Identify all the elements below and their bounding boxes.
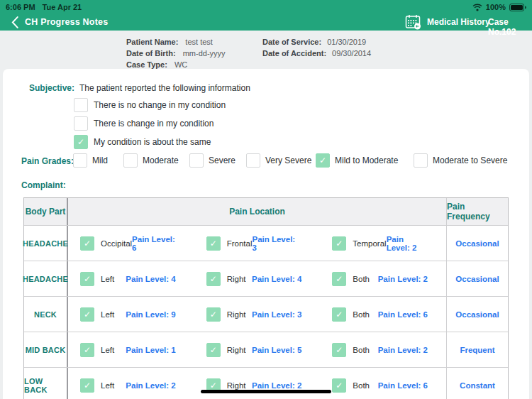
checkbox-very-severe[interactable] — [246, 153, 260, 168]
pain-level-value[interactable]: Pain Level: 6 — [132, 235, 176, 252]
pain-grades-label: Pain Grades: — [21, 156, 74, 166]
pain-level-value[interactable]: Pain Level: 2 — [378, 346, 428, 354]
pain-grade-label: Very Severe — [265, 155, 311, 165]
location-name: Temporal — [353, 239, 386, 248]
pain-frequency-value[interactable]: Occasional — [455, 310, 499, 319]
medical-history-button[interactable]: Medical History — [405, 14, 490, 30]
date-of-accident-field: Date of Accident: 09/30/2014 — [262, 49, 371, 58]
date-of-birth-value: mm-dd-yyyy — [183, 49, 226, 58]
checkbox-location[interactable] — [332, 236, 346, 251]
subjective-option-no-change[interactable]: There is no change in my condition — [74, 98, 226, 112]
pain-level-value[interactable]: Pain Level: 2 — [387, 235, 428, 252]
pain-level-value[interactable]: Pain Level: 4 — [126, 275, 175, 283]
status-date: Tue Apr 21 — [43, 3, 82, 11]
patient-name-value: test test — [185, 38, 213, 46]
medical-history-calendar-icon — [405, 14, 422, 30]
location-group: Left Pain Level: 4 — [68, 261, 194, 296]
checkbox-mild-to-moderate[interactable] — [316, 153, 330, 168]
body-part-value: MID BACK — [26, 346, 66, 354]
battery-icon — [509, 4, 526, 11]
status-time-date: 6:06 PMTue Apr 21 — [6, 3, 89, 11]
pain-grade-mild-to-moderate[interactable]: Mild to Moderate — [316, 153, 398, 168]
checkbox-location[interactable] — [80, 343, 94, 357]
case-type-field: Case Type: WC — [126, 60, 187, 69]
pain-level-value[interactable]: Pain Level: 2 — [126, 381, 175, 390]
case-type-value: WC — [174, 60, 187, 69]
pain-level-value[interactable]: Pain Level: 3 — [252, 310, 301, 319]
checkbox-severe[interactable] — [189, 153, 204, 168]
pain-grade-severe[interactable]: Severe — [189, 153, 235, 168]
checkbox-location[interactable] — [206, 343, 221, 357]
location-group: Right Pain Level: 5 — [194, 332, 321, 367]
body-part-value: LOW BACK — [24, 377, 67, 394]
pain-level-value[interactable]: Pain Level: 2 — [252, 381, 301, 390]
pain-level-value[interactable]: Pain Level: 4 — [252, 275, 301, 283]
checkbox-moderate-to-severe[interactable] — [414, 153, 428, 168]
location-name: Both — [353, 381, 370, 390]
table-row: HEADACHE Left Pain Level: 4 Right Pain L… — [24, 261, 508, 296]
pain-level-value[interactable]: Pain Level: 2 — [378, 275, 428, 283]
medical-history-label: Medical History — [427, 17, 490, 27]
checkbox-location[interactable] — [80, 236, 94, 251]
pain-frequency-value[interactable]: Constant — [460, 381, 495, 390]
page-title: CH Progress Notes — [25, 17, 108, 27]
checkbox-change[interactable] — [74, 116, 88, 131]
pain-grade-label: Mild — [92, 155, 108, 165]
case-type-label: Case Type: — [126, 60, 167, 69]
subjective-option-change[interactable]: There is change in my condition — [74, 116, 214, 131]
subjective-option-same[interactable]: My condition is about the same — [74, 135, 211, 149]
back-chevron-icon[interactable] — [10, 16, 20, 28]
complaint-label: Complaint: — [21, 180, 66, 190]
checkbox-location[interactable] — [332, 307, 346, 322]
location-group: Temporal Pain Level: 2 — [320, 226, 446, 261]
pain-frequency-value[interactable]: Frequent — [460, 346, 494, 354]
home-indicator[interactable] — [201, 390, 331, 393]
pain-level-value[interactable]: Pain Level: 3 — [252, 235, 301, 252]
battery-percent: 100% — [486, 3, 506, 11]
location-name: Left — [101, 310, 114, 319]
checkbox-location[interactable] — [80, 378, 94, 393]
location-name: Right — [227, 275, 246, 283]
location-group: Right Pain Level: 3 — [194, 297, 321, 332]
location-name: Left — [101, 346, 114, 354]
checkbox-location[interactable] — [206, 307, 221, 322]
checkbox-mild[interactable] — [73, 153, 87, 168]
subjective-option-label: There is no change in my condition — [94, 100, 226, 110]
status-time: 6:06 PM — [6, 3, 35, 11]
checkbox-no-change[interactable] — [74, 98, 88, 112]
location-name: Both — [353, 346, 370, 354]
pain-level-value[interactable]: Pain Level: 6 — [378, 310, 428, 319]
date-of-accident-value: 09/30/2014 — [332, 49, 371, 58]
pain-grade-label: Severe — [209, 155, 235, 165]
pain-grade-mild[interactable]: Mild — [73, 153, 108, 168]
date-of-accident-label: Date of Accident: — [262, 49, 326, 58]
pain-grade-very-severe[interactable]: Very Severe — [246, 153, 311, 168]
location-group: Left Pain Level: 2 — [68, 368, 194, 399]
pain-level-value[interactable]: Pain Level: 6 — [378, 381, 428, 390]
pain-level-value[interactable]: Pain Level: 5 — [252, 346, 301, 354]
pain-frequency-value[interactable]: Occasional — [455, 275, 499, 283]
checkbox-same[interactable] — [74, 135, 88, 149]
checkbox-location[interactable] — [332, 378, 346, 393]
checkbox-location[interactable] — [80, 307, 94, 322]
location-group: Frontal Pain Level: 3 — [194, 226, 321, 261]
checkbox-location[interactable] — [332, 272, 346, 286]
pain-grade-moderate[interactable]: Moderate — [123, 153, 179, 168]
checkbox-location[interactable] — [206, 236, 221, 251]
pain-level-value[interactable]: Pain Level: 9 — [126, 310, 175, 319]
checkbox-location[interactable] — [80, 272, 94, 286]
pain-level-value[interactable]: Pain Level: 1 — [126, 346, 175, 354]
header-body-part: Body Part — [24, 198, 68, 225]
checkbox-moderate[interactable] — [123, 153, 138, 168]
checkbox-location[interactable] — [332, 343, 346, 357]
patient-name-field: Patient Name: test test — [126, 38, 213, 46]
body-part-value: HEADACHE — [23, 239, 68, 248]
app-screen: 6:06 PMTue Apr 21 100% CH Progress Notes — [0, 0, 532, 399]
subjective-option-label: My condition is about the same — [94, 137, 211, 147]
case-number: Case No.102 — [488, 17, 532, 37]
checkbox-location[interactable] — [206, 272, 221, 286]
pain-frequency-value[interactable]: Occasional — [455, 239, 499, 248]
location-group: Both Pain Level: 6 — [320, 368, 446, 399]
pain-grade-moderate-to-severe[interactable]: Moderate to Severe — [414, 153, 507, 168]
table-row: HEADACHE Occipital Pain Level: 6 Frontal… — [24, 225, 508, 261]
